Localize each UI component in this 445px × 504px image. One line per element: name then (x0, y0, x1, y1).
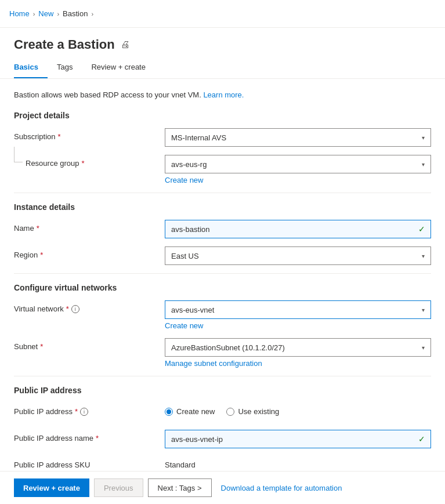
subscription-control: MS-Internal AVS ▾ (165, 128, 431, 147)
vnet-section-title: Configure virtual networks (14, 283, 431, 292)
public-ip-label: Public IP address * i (14, 403, 165, 416)
tabs-bar: Basics Tags Review + create (0, 57, 445, 79)
public-ip-name-control: ✓ (165, 430, 431, 448)
resource-group-control: avs-eus-rg ▾ Create new (165, 155, 431, 184)
download-template-link[interactable]: Download a template for automation (216, 480, 347, 496)
region-dropdown[interactable]: East US ▾ (165, 246, 431, 265)
vnet-dropdown[interactable]: avs-eus-vnet ▾ (165, 300, 431, 319)
public-ip-sku-label: Public IP address SKU (14, 456, 165, 469)
subnet-control: AzureBastionSubnet (10.1.2.0/27) ▾ Manag… (165, 338, 431, 368)
radio-create-new-input[interactable] (165, 408, 173, 416)
tab-tags[interactable]: Tags (57, 57, 82, 78)
action-bar: Review + create Previous Next : Tags > D… (0, 471, 445, 504)
radio-use-existing-input[interactable] (226, 408, 234, 416)
name-control: ✓ (165, 220, 431, 238)
chevron-down-icon: ▾ (422, 253, 425, 259)
chevron-down-icon: ▾ (422, 345, 425, 351)
subnet-row: Subnet * AzureBastionSubnet (10.1.2.0/27… (14, 338, 431, 368)
public-ip-name-label: Public IP address name * (14, 430, 165, 443)
resource-group-row: Resource group * avs-eus-rg ▾ Create new (14, 155, 431, 184)
chevron-down-icon: ▾ (422, 307, 425, 313)
previous-button: Previous (94, 478, 143, 497)
public-ip-row: Public IP address * i Create new Use exi… (14, 403, 431, 422)
breadcrumb: Home › New › Bastion › (9, 9, 93, 18)
section-divider (14, 193, 431, 193)
subscription-dropdown[interactable]: MS-Internal AVS ▾ (165, 128, 431, 147)
info-icon-ip[interactable]: i (80, 408, 88, 416)
breadcrumb-new[interactable]: New (38, 9, 53, 18)
tab-review-create[interactable]: Review + create (91, 57, 155, 78)
name-label: Name * (14, 220, 165, 233)
subscription-row: Subscription * MS-Internal AVS ▾ (14, 128, 431, 147)
create-new-vnet-link[interactable]: Create new (165, 321, 203, 330)
check-icon: ✓ (418, 224, 425, 234)
vnet-row: Virtual network * i avs-eus-vnet ▾ Creat… (14, 300, 431, 330)
subnet-label: Subnet * (14, 338, 165, 351)
info-text: Bastion allows web based RDP access to y… (14, 90, 431, 99)
check-icon-ip: ✓ (418, 434, 425, 444)
vnet-label: Virtual network * i (14, 300, 165, 313)
info-icon[interactable]: i (71, 305, 79, 313)
print-icon[interactable]: 🖨 (121, 39, 130, 50)
region-control: East US ▾ (165, 246, 431, 265)
public-ip-control: Create new Use existing (165, 403, 431, 416)
public-ip-name-input[interactable] (165, 430, 431, 448)
radio-create-new[interactable]: Create new (165, 407, 215, 416)
breadcrumb-home[interactable]: Home (9, 9, 30, 18)
review-create-button[interactable]: Review + create (14, 478, 89, 497)
next-button[interactable]: Next : Tags > (148, 478, 212, 497)
instance-section-title: Instance details (14, 202, 431, 212)
region-label: Region * (14, 246, 165, 259)
breadcrumb-bastion: Bastion (63, 9, 88, 18)
name-row: Name * ✓ (14, 220, 431, 238)
section-divider-2 (14, 273, 431, 274)
section-divider-3 (14, 376, 431, 376)
subscription-label: Subscription * (14, 128, 165, 141)
public-ip-sku-value: Standard (165, 456, 431, 469)
resource-group-dropdown[interactable]: avs-eus-rg ▾ (165, 155, 431, 173)
resource-group-label: Resource group * (14, 155, 165, 168)
tab-basics[interactable]: Basics (14, 57, 48, 78)
manage-subnet-link[interactable]: Manage subnet configuration (165, 359, 262, 368)
public-ip-name-row: Public IP address name * ✓ (14, 430, 431, 448)
name-input[interactable] (165, 220, 431, 238)
public-ip-radio-group: Create new Use existing (165, 403, 431, 416)
create-new-rg-link[interactable]: Create new (165, 176, 203, 184)
chevron-down-icon: ▾ (422, 135, 425, 141)
project-section-title: Project details (14, 111, 431, 120)
vnet-control: avs-eus-vnet ▾ Create new (165, 300, 431, 330)
learn-more-link[interactable]: Learn more. (203, 90, 244, 99)
subnet-dropdown[interactable]: AzureBastionSubnet (10.1.2.0/27) ▾ (165, 338, 431, 357)
page-title: Create a Bastion (14, 37, 115, 52)
public-ip-section-title: Public IP address (14, 386, 431, 395)
radio-use-existing[interactable]: Use existing (226, 407, 279, 416)
region-row: Region * East US ▾ (14, 246, 431, 265)
chevron-down-icon: ▾ (422, 161, 425, 168)
